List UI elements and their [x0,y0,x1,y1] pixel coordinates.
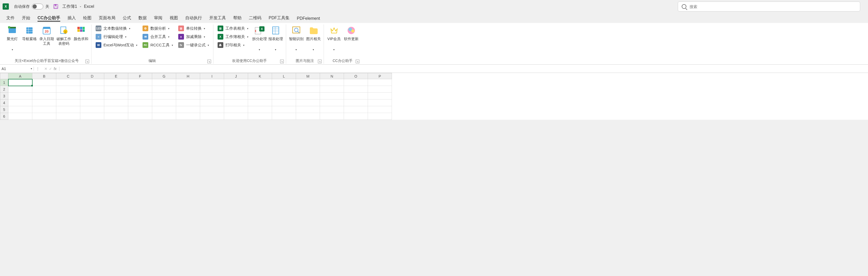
button-录入日期工具[interactable]: 20录入日期工具 [38,25,55,48]
cell[interactable] [152,113,176,120]
cell[interactable] [80,100,104,106]
column-header[interactable]: J [224,73,248,79]
cell[interactable] [200,79,224,86]
cell[interactable] [8,79,32,86]
button-颜色求和[interactable]: 颜色求和 [73,25,89,48]
cell[interactable] [152,93,176,100]
dialog-launcher-icon[interactable]: ↘ [280,60,284,63]
cell[interactable] [128,93,152,100]
button-聚光灯[interactable]: 聚光灯▾ [4,25,20,52]
row-header[interactable]: 2 [0,86,8,93]
cell[interactable] [344,113,368,120]
name-box[interactable]: A1 ▾ [0,67,34,71]
cell[interactable] [344,93,368,100]
cell[interactable] [32,100,56,106]
chevron-down-icon[interactable]: ▾ [31,67,32,70]
cell[interactable] [56,113,80,120]
dialog-launcher-icon[interactable]: ↘ [318,60,321,63]
cell[interactable] [224,93,248,100]
cell[interactable] [32,113,56,120]
tab-审阅[interactable]: 审阅 [150,13,166,23]
tab-数据[interactable]: 数据 [135,13,150,23]
tab-开发工具[interactable]: 开发工具 [206,13,229,23]
tab-视图[interactable]: 视图 [166,13,182,23]
tab-页面布局[interactable]: 页面布局 [95,13,119,23]
cell[interactable] [320,100,344,106]
cell[interactable] [32,86,56,93]
cell[interactable] [272,113,296,120]
column-header[interactable]: B [32,73,56,79]
row-header[interactable]: 1 [0,79,8,86]
cell[interactable] [272,86,296,93]
cell[interactable] [200,100,224,106]
cell[interactable] [320,113,344,120]
cell[interactable] [200,113,224,120]
autosave-toggle[interactable]: 自动保存 关 [14,4,49,9]
cell[interactable] [80,86,104,93]
cell[interactable] [176,93,200,100]
column-header[interactable]: E [104,73,128,79]
cell[interactable] [248,86,272,93]
cancel-icon[interactable]: ✕ [44,67,48,71]
cell[interactable] [56,100,80,106]
cell[interactable] [200,106,224,113]
column-header[interactable]: A [8,73,32,79]
cell[interactable] [80,113,104,120]
cell[interactable] [224,79,248,86]
cell[interactable] [296,106,320,113]
cell[interactable] [176,86,200,93]
row-header[interactable]: 4 [0,100,8,106]
cell[interactable] [152,79,176,86]
cell[interactable] [296,93,320,100]
cell[interactable] [80,79,104,86]
column-header[interactable]: L [272,73,296,79]
button-行编辑处理[interactable]: ≡行编辑处理▾ [94,33,140,41]
button-图片相关[interactable]: 图片相关▾ [305,25,321,52]
cell[interactable] [296,100,320,106]
column-header[interactable]: O [344,73,368,79]
button-工作簿相关[interactable]: X工作簿相关▾ [216,33,250,41]
dialog-launcher-icon[interactable]: ↘ [86,60,89,63]
cell[interactable] [32,106,56,113]
tab-插入[interactable]: 插入 [64,13,80,23]
toggle-switch[interactable] [32,4,43,9]
cell[interactable] [272,79,296,86]
cell[interactable] [104,86,128,93]
search-input[interactable] [689,4,856,9]
button-合并工具[interactable]: ✉合并工具▾ [141,33,175,41]
cell[interactable] [248,106,272,113]
cell[interactable] [176,79,200,86]
cell[interactable] [200,93,224,100]
cell[interactable] [320,86,344,93]
button-文本数值转换[interactable]: 123文本数值转换▾ [94,25,140,32]
cell[interactable] [104,113,128,120]
cell[interactable] [56,86,80,93]
cell[interactable] [200,86,224,93]
cell[interactable] [224,86,248,93]
column-header[interactable]: N [320,73,344,79]
cell[interactable] [248,113,272,120]
cell[interactable] [176,106,200,113]
column-header[interactable]: D [80,73,104,79]
row-header[interactable]: 5 [0,106,8,113]
cell[interactable] [104,93,128,100]
button-智能识别[interactable]: 智能识别▾ [288,25,304,52]
cell[interactable] [344,100,368,106]
dialog-launcher-icon[interactable]: ↘ [356,60,359,63]
cell[interactable] [104,100,128,106]
cell[interactable] [224,100,248,106]
button-RCCC工具[interactable]: RCRCCC工具▾ [141,41,175,49]
cell[interactable] [320,79,344,86]
column-header[interactable]: F [128,73,152,79]
tab-自动执行[interactable]: 自动执行 [182,13,206,23]
button-单位转换[interactable]: ⊞单位转换▾ [176,25,211,32]
cell[interactable] [152,86,176,93]
cell[interactable] [128,113,152,120]
cell[interactable] [8,106,32,113]
button-加减乘除[interactable]: ±加减乘除▾ [176,33,211,41]
cell[interactable] [32,79,56,86]
cell[interactable] [152,106,176,113]
button-打印相关[interactable]: 🖶打印相关▾ [216,41,250,49]
column-header[interactable]: G [152,73,176,79]
cell[interactable] [128,100,152,106]
